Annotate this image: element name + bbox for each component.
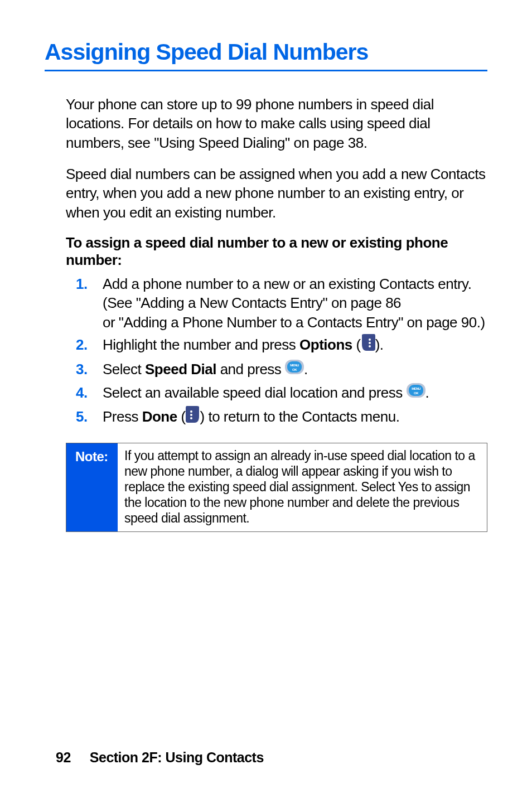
procedure-heading: To assign a speed dial number to a new o…: [66, 234, 487, 269]
step-text: ).: [375, 336, 384, 353]
step-text: (: [177, 408, 186, 425]
step-text: .: [304, 361, 308, 378]
step-text: .: [425, 384, 429, 401]
svg-point-11: [190, 410, 192, 413]
step-text: Select an available speed dial location …: [103, 384, 407, 401]
step-text: or "Adding a Phone Number to a Contacts …: [103, 314, 485, 331]
menu-ok-icon: MENUOK: [407, 383, 425, 402]
steps-list: Add a phone number to a new or an existi…: [66, 274, 487, 428]
svg-text:OK: OK: [292, 368, 297, 371]
note-text: If you attempt to assign an already in-u…: [118, 443, 487, 531]
done-label: Done: [142, 408, 177, 425]
note-box: Note: If you attempt to assign an alread…: [66, 443, 487, 532]
page-footer: 92Section 2F: Using Contacts: [56, 749, 264, 766]
page-title: Assigning Speed Dial Numbers: [45, 39, 487, 65]
step-text: (: [352, 336, 361, 353]
menu-ok-icon: MENUOK: [285, 360, 304, 379]
svg-text:MENU: MENU: [412, 387, 420, 390]
step-text: ) to return to the Contacts menu.: [200, 408, 400, 425]
body-content: Your phone can store up to 99 phone numb…: [45, 95, 487, 532]
step-5: Press Done () to return to the Contacts …: [66, 407, 487, 428]
svg-text:OK: OK: [414, 391, 419, 395]
step-1: Add a phone number to a new or an existi…: [66, 274, 487, 332]
svg-point-0: [369, 338, 371, 341]
options-label: Options: [299, 336, 352, 353]
title-rule: [45, 70, 487, 71]
softkey-left-icon: [186, 406, 200, 427]
note-label: Note:: [66, 443, 118, 531]
step-text: Highlight the number and press: [103, 336, 299, 353]
footer-section: Section 2F: Using Contacts: [90, 749, 264, 765]
speed-dial-label: Speed Dial: [145, 361, 216, 378]
svg-point-13: [190, 417, 192, 419]
step-text: and press: [216, 361, 285, 378]
svg-text:MENU: MENU: [290, 364, 299, 367]
softkey-right-icon: [361, 334, 375, 355]
svg-point-2: [369, 345, 371, 347]
intro-para-1: Your phone can store up to 99 phone numb…: [66, 95, 487, 152]
step-3: Select Speed Dial and press MENUOK.: [66, 360, 487, 380]
step-text: Add a phone number to a new or an existi…: [103, 275, 471, 311]
svg-point-1: [369, 342, 371, 344]
intro-para-2: Speed dial numbers can be assigned when …: [66, 165, 487, 222]
step-text: Select: [103, 361, 145, 378]
page-number: 92: [56, 749, 71, 765]
step-2: Highlight the number and press Options (…: [66, 335, 487, 356]
step-4: Select an available speed dial location …: [66, 383, 487, 403]
step-text: Press: [103, 408, 142, 425]
svg-point-12: [190, 414, 192, 416]
